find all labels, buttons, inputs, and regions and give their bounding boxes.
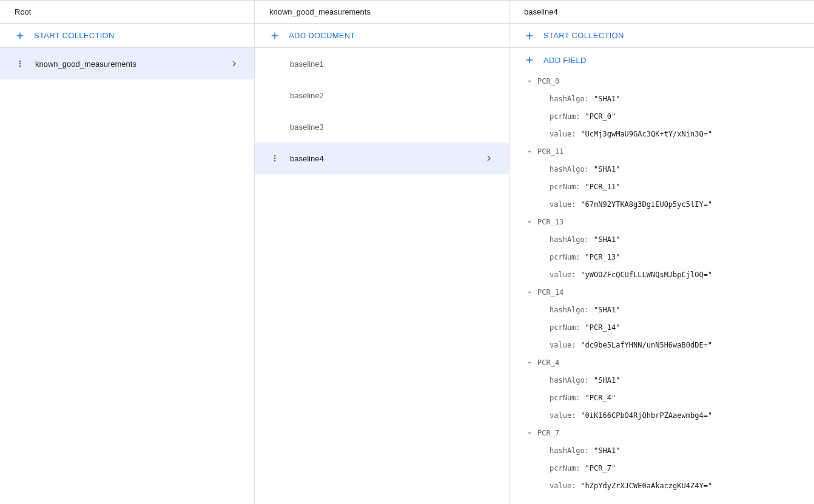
- field-row[interactable]: value:"0iK166CPbO4RjQhbrPZAaewmbg4=": [510, 406, 814, 424]
- field-key: hashAlgo: [550, 306, 585, 314]
- field-group: PCR_13hashAlgo:"SHA1"pcrNum:"PCR_13"valu…: [510, 213, 814, 283]
- plus-icon: [524, 30, 535, 41]
- field-group-header[interactable]: PCR_11: [510, 143, 814, 160]
- add-field-button[interactable]: ADD FIELD: [510, 48, 814, 72]
- start-collection-label: START COLLECTION: [543, 31, 624, 40]
- plus-icon: [524, 55, 535, 66]
- field-group-header[interactable]: PCR_0: [510, 72, 814, 90]
- field-colon: :: [571, 200, 576, 209]
- document-item[interactable]: baseline4: [255, 143, 509, 174]
- field-value: "SHA1": [594, 376, 620, 385]
- expand-icon[interactable]: [524, 287, 535, 298]
- field-colon: :: [585, 235, 589, 244]
- field-colon: :: [571, 341, 576, 349]
- expand-icon[interactable]: [524, 146, 535, 157]
- field-group-header[interactable]: PCR_14: [510, 283, 814, 301]
- field-row[interactable]: pcrNum:"PCR_0": [510, 107, 814, 125]
- field-colon: :: [571, 482, 576, 490]
- start-collection-button[interactable]: START COLLECTION: [510, 24, 814, 48]
- field-group: PCR_11hashAlgo:"SHA1"pcrNum:"PCR_11"valu…: [510, 143, 814, 213]
- field-group: PCR_0hashAlgo:"SHA1"pcrNum:"PCR_0"value:…: [510, 72, 814, 143]
- field-key: hashAlgo: [550, 376, 585, 385]
- document-item-label: baseline3: [290, 123, 494, 132]
- field-row[interactable]: pcrNum:"PCR_7": [510, 459, 814, 477]
- field-row[interactable]: pcrNum:"PCR_14": [510, 318, 814, 336]
- field-value: "PCR_7": [585, 464, 616, 472]
- add-field-label: ADD FIELD: [543, 56, 587, 65]
- panel-title: Root: [0, 1, 254, 24]
- chevron-right-icon: [229, 58, 240, 69]
- firestore-panels: Root START COLLECTION known_good_measure…: [0, 0, 814, 504]
- field-key: hashAlgo: [550, 235, 585, 244]
- field-group-name: PCR_0: [537, 77, 559, 86]
- expand-icon[interactable]: [524, 357, 535, 368]
- field-key: pcrNum: [550, 323, 576, 332]
- collection-title: known_good_measurements: [269, 7, 371, 16]
- field-row[interactable]: value:"67mN92YTKA8g3DgiEUOp5yc5lIY=": [510, 195, 814, 213]
- document-title: baseline4: [524, 7, 558, 16]
- field-row[interactable]: hashAlgo:"SHA1": [510, 230, 814, 248]
- expand-icon[interactable]: [524, 217, 535, 227]
- field-group-header[interactable]: PCR_7: [510, 424, 814, 442]
- field-group-name: PCR_13: [537, 218, 563, 226]
- field-colon: :: [576, 112, 580, 121]
- field-key: hashAlgo: [550, 165, 585, 173]
- field-group-header[interactable]: PCR_13: [510, 213, 814, 230]
- collection-item[interactable]: known_good_measurements: [0, 48, 254, 79]
- chevron-right-icon: [483, 153, 494, 164]
- field-row[interactable]: value:"hZpYdyZrXJCWE0aAkaczgKU4Z4Y=": [510, 477, 814, 494]
- field-colon: :: [576, 394, 580, 402]
- field-value: "SHA1": [594, 95, 620, 103]
- field-value: "PCR_13": [585, 253, 621, 261]
- field-row[interactable]: hashAlgo:"SHA1": [510, 160, 814, 178]
- more-vert-icon[interactable]: [15, 58, 25, 69]
- root-panel: Root START COLLECTION known_good_measure…: [0, 1, 255, 504]
- document-item[interactable]: baseline2: [255, 79, 509, 111]
- field-colon: :: [571, 130, 576, 138]
- field-value: "SHA1": [594, 446, 620, 455]
- document-item-label: baseline1: [290, 59, 494, 69]
- field-colon: :: [585, 376, 589, 385]
- field-colon: :: [585, 165, 589, 173]
- field-key: pcrNum: [550, 253, 576, 261]
- field-key: pcrNum: [550, 464, 576, 472]
- expand-icon[interactable]: [524, 76, 535, 87]
- fields-list: PCR_0hashAlgo:"SHA1"pcrNum:"PCR_0"value:…: [510, 72, 814, 504]
- field-key: value: [550, 130, 571, 138]
- field-colon: :: [585, 95, 589, 103]
- field-key: value: [550, 270, 571, 279]
- field-row[interactable]: pcrNum:"PCR_13": [510, 248, 814, 266]
- field-value: "SHA1": [594, 235, 620, 244]
- expand-icon[interactable]: [524, 428, 535, 438]
- field-colon: :: [585, 446, 589, 455]
- document-item[interactable]: baseline3: [255, 111, 509, 143]
- field-row[interactable]: pcrNum:"PCR_11": [510, 178, 814, 195]
- collection-panel: known_good_measurements ADD DOCUMENT bas…: [255, 1, 510, 504]
- add-document-button[interactable]: ADD DOCUMENT: [255, 24, 509, 48]
- field-row[interactable]: hashAlgo:"SHA1": [510, 301, 814, 318]
- document-item-label: baseline4: [290, 154, 483, 163]
- start-collection-button[interactable]: START COLLECTION: [0, 24, 254, 48]
- document-panel: baseline4 START COLLECTION ADD FIELD PCR…: [510, 1, 814, 504]
- field-key: pcrNum: [550, 394, 576, 402]
- field-value: "PCR_4": [585, 394, 616, 402]
- document-item[interactable]: baseline1: [255, 48, 509, 79]
- field-row[interactable]: hashAlgo:"SHA1": [510, 442, 814, 459]
- field-row[interactable]: value:"dc9be5LafYHNN/unN5H6waB0dDE=": [510, 336, 814, 354]
- field-row[interactable]: pcrNum:"PCR_4": [510, 389, 814, 406]
- field-group-name: PCR_14: [537, 288, 563, 297]
- field-row[interactable]: value:"UcMj3gwMaU9GAc3QK+tY/xNin3Q=": [510, 125, 814, 143]
- field-value: "PCR_11": [585, 183, 621, 191]
- field-group-header[interactable]: PCR_4: [510, 354, 814, 371]
- add-document-label: ADD DOCUMENT: [289, 31, 355, 40]
- field-value: "0iK166CPbO4RjQhbrPZAaewmbg4=": [580, 411, 712, 420]
- more-vert-icon[interactable]: [269, 153, 280, 164]
- field-group: PCR_4hashAlgo:"SHA1"pcrNum:"PCR_4"value:…: [510, 354, 814, 424]
- field-group-name: PCR_7: [537, 429, 559, 437]
- field-value: "hZpYdyZrXJCWE0aAkaczgKU4Z4Y=": [580, 482, 712, 490]
- field-row[interactable]: hashAlgo:"SHA1": [510, 371, 814, 389]
- field-value: "UcMj3gwMaU9GAc3QK+tY/xNin3Q=": [580, 130, 712, 138]
- panel-title: baseline4: [510, 1, 814, 24]
- field-row[interactable]: value:"yWODZFcQCUfLLLWNQsMJbpCjlOQ=": [510, 266, 814, 283]
- field-row[interactable]: hashAlgo:"SHA1": [510, 90, 814, 107]
